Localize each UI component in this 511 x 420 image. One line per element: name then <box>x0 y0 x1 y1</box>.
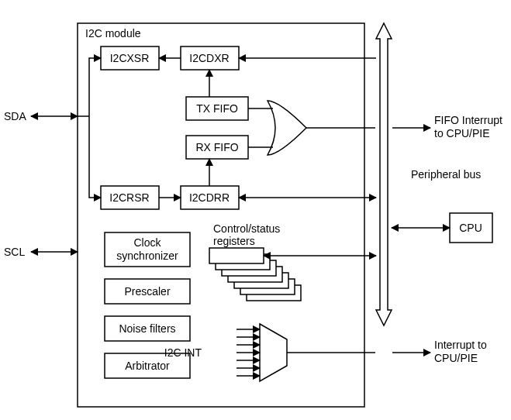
clock-sync-l2: synchronizer <box>116 250 178 262</box>
scl-label: SCL <box>4 246 25 258</box>
cpu-label: CPU <box>459 222 482 234</box>
ctrl-reg-l1: Control/status <box>213 222 280 235</box>
int-l2: CPU/PIE <box>434 352 478 364</box>
module-title: I2C module <box>85 27 141 40</box>
i2c-module-frame <box>78 23 364 407</box>
i2cdrr-label: I2CDRR <box>189 191 230 204</box>
fifo-int-l1: FIFO Interrupt <box>434 114 502 126</box>
noise-label: Noise filters <box>119 322 175 335</box>
ctrl-reg-l2: registers <box>213 235 255 247</box>
i2c-int-label: I2C INT <box>164 346 202 359</box>
clock-sync-l1: Clock <box>133 236 161 249</box>
i2cxsr-label: I2CXSR <box>110 52 150 64</box>
bus-label: Peripheral bus <box>411 168 481 181</box>
arbitrator-label: Arbitrator <box>125 360 170 372</box>
fifo-int-l2: to CPU/PIE <box>434 127 490 139</box>
i2cdxr-label: I2CDXR <box>189 52 229 64</box>
i2crsr-label: I2CRSR <box>109 191 149 204</box>
peripheral-bus <box>376 23 392 325</box>
svg-rect-6 <box>209 248 264 263</box>
prescaler-label: Prescaler <box>124 285 170 298</box>
sda-label: SDA <box>4 110 26 122</box>
rx-fifo-label: RX FIFO <box>195 141 238 153</box>
tx-fifo-label: TX FIFO <box>196 102 238 115</box>
int-l1: Interrupt to <box>434 339 487 351</box>
